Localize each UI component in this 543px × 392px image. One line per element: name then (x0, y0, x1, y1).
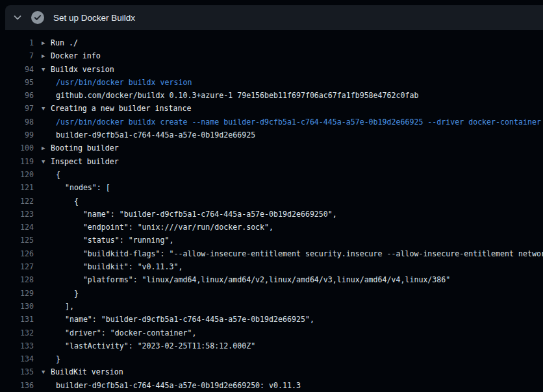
log-group-row[interactable]: 7▶Docker info (0, 49, 543, 62)
log-text: } (56, 287, 79, 300)
log-text: builder-d9cfb5a1-c764-445a-a57e-0b19d2e6… (56, 379, 301, 392)
log-line-row: 95/usr/bin/docker buildx version (0, 76, 543, 89)
line-number[interactable]: 129 (0, 287, 34, 300)
triangle-down-icon: ▼ (42, 102, 45, 115)
log-group-title: Creating a new builder instance (51, 102, 191, 115)
line-number[interactable]: 126 (0, 247, 34, 260)
line-number[interactable]: 132 (0, 326, 34, 339)
line-number[interactable]: 125 (0, 234, 34, 247)
triangle-down-icon: ▼ (42, 365, 45, 378)
log-text: { (56, 195, 79, 208)
line-number[interactable]: 124 (0, 221, 34, 234)
triangle-right-icon: ▶ (42, 36, 45, 49)
log-group-row[interactable]: 100▶Booting builder (0, 141, 543, 154)
line-number[interactable]: 1 (0, 36, 34, 49)
log-line-row: 98/usr/bin/docker buildx create --name b… (0, 116, 543, 129)
log-text: "driver": "docker-container", (56, 326, 196, 339)
triangle-down-icon: ▼ (42, 63, 45, 76)
line-number[interactable]: 120 (0, 168, 34, 181)
log-text: "name": "builder-d9cfb5a1-c764-445a-a57e… (56, 208, 337, 221)
log-line-row: 130 ], (0, 300, 543, 313)
log-viewer: 1▶Run ./7▶Docker info94▼Buildx version95… (0, 30, 543, 392)
line-number[interactable]: 135 (0, 365, 34, 378)
line-number[interactable]: 131 (0, 313, 34, 326)
log-text: "buildkitd-flags": "--allow-insecure-ent… (56, 247, 543, 260)
log-group-row[interactable]: 1▶Run ./ (0, 36, 543, 49)
log-line-row: 129 } (0, 287, 543, 300)
log-text: /usr/bin/docker buildx create --name bui… (56, 116, 541, 129)
triangle-right-icon: ▶ (42, 49, 45, 62)
line-number[interactable]: 127 (0, 260, 34, 273)
log-line-row: 132 "driver": "docker-container", (0, 326, 543, 339)
log-text: "buildkit": "v0.11.3", (56, 260, 183, 273)
log-text: } (56, 352, 60, 365)
log-text: "nodes": [ (56, 181, 110, 194)
log-group-title: Docker info (51, 49, 101, 62)
line-number[interactable]: 96 (0, 89, 34, 102)
log-line-row: 121 "nodes": [ (0, 181, 543, 194)
log-line-row: 123 "name": "builder-d9cfb5a1-c764-445a-… (0, 208, 543, 221)
line-number[interactable]: 7 (0, 49, 34, 62)
log-group-row[interactable]: 135▼BuildKit version (0, 365, 543, 378)
line-number[interactable]: 99 (0, 129, 34, 141)
log-line-row: 99builder-d9cfb5a1-c764-445a-a57e-0b19d2… (0, 129, 543, 141)
line-number[interactable]: 133 (0, 339, 34, 352)
step-header[interactable]: Set up Docker Buildx (5, 5, 543, 30)
log-line-row: 96github.com/docker/buildx 0.10.3+azure-… (0, 89, 543, 102)
triangle-right-icon: ▶ (42, 141, 45, 154)
log-group-row[interactable]: 94▼Buildx version (0, 63, 543, 76)
line-number[interactable]: 100 (0, 141, 34, 154)
log-text: "status": "running", (56, 234, 173, 247)
step-title: Set up Docker Buildx (53, 13, 135, 23)
log-text: { (56, 168, 60, 181)
log-line-row: 126 "buildkitd-flags": "--allow-insecure… (0, 247, 543, 260)
line-number[interactable]: 130 (0, 300, 34, 313)
log-group-title: Run ./ (51, 36, 78, 49)
log-line-row: 136builder-d9cfb5a1-c764-445a-a57e-0b19d… (0, 379, 543, 392)
line-number[interactable]: 134 (0, 352, 34, 365)
triangle-down-icon: ▼ (42, 155, 45, 168)
line-number[interactable]: 94 (0, 63, 34, 76)
line-number[interactable]: 136 (0, 379, 34, 392)
log-group-row[interactable]: 119▼Inspect builder (0, 155, 543, 168)
log-line-row: 131 "name": "builder-d9cfb5a1-c764-445a-… (0, 313, 543, 326)
log-text: "lastActivity": "2023-02-25T11:58:12.000… (56, 339, 255, 352)
log-group-title: Buildx version (51, 63, 114, 76)
log-text: /usr/bin/docker buildx version (56, 76, 192, 89)
log-line-row: 125 "status": "running", (0, 234, 543, 247)
log-text: "endpoint": "unix:///var/run/docker.sock… (56, 221, 273, 234)
line-number[interactable]: 97 (0, 102, 34, 115)
log-line-row: 127 "buildkit": "v0.11.3", (0, 260, 543, 273)
log-group-title: Inspect builder (51, 155, 119, 168)
log-line-row: 120{ (0, 168, 543, 181)
log-group-title: Booting builder (51, 141, 119, 154)
log-line-row: 128 "platforms": "linux/amd64,linux/amd6… (0, 273, 543, 286)
log-text: github.com/docker/buildx 0.10.3+azure-1 … (56, 89, 418, 102)
line-number[interactable]: 121 (0, 181, 34, 194)
log-text: "name": "builder-d9cfb5a1-c764-445a-a57e… (56, 313, 314, 326)
log-line-row: 134} (0, 352, 543, 365)
line-number[interactable]: 119 (0, 155, 34, 168)
log-text: "platforms": "linux/amd64,linux/amd64/v2… (56, 273, 450, 286)
line-number[interactable]: 123 (0, 208, 34, 221)
chevron-down-icon[interactable] (13, 13, 22, 22)
success-check-icon (31, 11, 44, 24)
log-line-row: 133 "lastActivity": "2023-02-25T11:58:12… (0, 339, 543, 352)
log-group-title: BuildKit version (51, 365, 123, 378)
line-number[interactable]: 98 (0, 116, 34, 129)
log-line-row: 124 "endpoint": "unix:///var/run/docker.… (0, 221, 543, 234)
log-group-row[interactable]: 97▼Creating a new builder instance (0, 102, 543, 115)
log-text: ], (56, 300, 74, 313)
log-line-row: 122 { (0, 195, 543, 208)
line-number[interactable]: 95 (0, 76, 34, 89)
line-number[interactable]: 128 (0, 273, 34, 286)
log-text: builder-d9cfb5a1-c764-445a-a57e-0b19d2e6… (56, 129, 255, 141)
line-number[interactable]: 122 (0, 195, 34, 208)
